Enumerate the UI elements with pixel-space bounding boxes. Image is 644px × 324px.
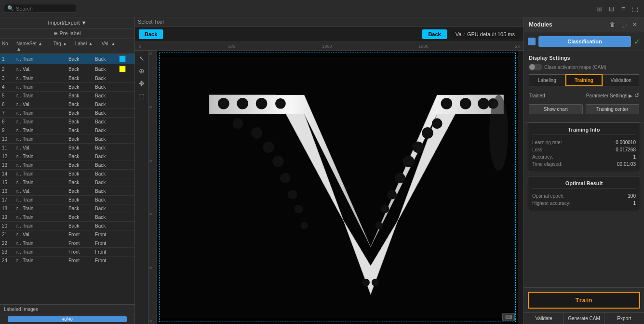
cell-name: rgb_ima... [16,241,23,246]
cell-label: Front [68,249,95,255]
cell-name: rgb_ima... [16,128,23,133]
classification-button[interactable]: Classification [538,36,631,47]
table-row[interactable]: 18 rgb_ima... Train Back Back [0,204,134,213]
search-input[interactable] [16,6,73,12]
cell-no: 8 [2,119,16,124]
search-box[interactable]: 🔍 [4,4,76,13]
table-row[interactable]: 11 rgb_ima... Val. Back Back [0,144,134,152]
keyboard-icon: ⌨ [502,313,515,321]
col-no[interactable]: No. [2,41,16,52]
cell-label: Back [68,223,95,229]
table-row[interactable]: 5 rgb_ima... Train Back Back [0,92,134,100]
svg-point-19 [413,141,424,153]
col-label[interactable]: Label ▲ [75,41,102,52]
show-chart-btn[interactable]: Show chart [529,104,583,114]
tab-labeling[interactable]: Labeling [529,74,565,86]
cell-no: 2 [2,67,16,72]
generate-cam-btn[interactable]: Generate CAM [564,313,604,324]
tab-row: Labeling Training Validation [529,74,639,86]
icon-btn-2[interactable]: ⊟ [607,4,617,14]
training-info-title: Training Info [532,127,636,135]
nav-back-btn-2[interactable]: Back [422,29,446,39]
cell-name: rgb_ima... [16,223,23,229]
icon-btn-1[interactable]: ⊞ [594,4,604,14]
col-set[interactable]: Set ▲ [29,41,54,52]
tool-selection[interactable]: ⬚ [136,90,148,102]
tool-pan[interactable]: ✥ [136,78,148,89]
cell-label: Front [68,241,95,246]
top-bar: 🔍 ⊞ ⊟ ≡ ⬚ [0,0,644,17]
cell-name: rgb_ima... [16,76,23,81]
tab-validation[interactable]: Validation [603,74,639,86]
icon-btn-4[interactable]: ⬚ [630,4,640,14]
pre-label-text: ⊕ Pre-label [54,30,80,37]
rv-5-2: 5 [148,160,157,162]
table-row[interactable]: 13 rgb_ima... Train Back Back [0,161,134,170]
table-row[interactable]: 22 rgb_ima... Train Front Front [0,239,134,248]
svg-point-12 [300,221,308,229]
import-export-bar[interactable]: Import/Export ▼ [0,17,134,28]
cell-set: Train [23,119,47,124]
table-row[interactable]: 8 rgb_ima... Train Back Back [0,118,134,126]
table-row[interactable]: 1 rgb_ima... Train Back Back [0,54,134,64]
cell-no: 7 [2,110,16,116]
info-row-time: Time elapsed: 00:01:03 [532,161,636,168]
export-btn[interactable]: Export [604,313,644,324]
tab-training[interactable]: Training [565,74,603,86]
validate-btn[interactable]: Validate [524,313,564,324]
table-row[interactable]: 15 rgb_ima... Train Back Back [0,178,134,187]
table-row[interactable]: 23 rgb_ima... Train Front Front [0,248,134,256]
display-settings-title: Display Settings [529,55,639,61]
cell-set: Val. [23,189,47,194]
param-settings[interactable]: Parameter Settings ▶ [586,93,632,98]
v-scrollbar[interactable] [518,51,523,324]
table-row[interactable]: 17 rgb_ima... Train Back Back [0,196,134,204]
cell-val: Back [95,110,119,116]
rv-5-1: 5 [148,53,157,54]
table-row[interactable]: 16 rgb_ima... Val. Back Back [0,187,134,196]
cell-set: Val. [23,232,47,237]
tool-zoom[interactable]: ⊕ [136,65,148,77]
cell-name: rgb_ima... [16,110,23,116]
right-panel-footer: Train Validate Generate CAM Export [524,287,644,324]
col-name[interactable]: Name ▲ [16,41,29,52]
training-center-btn[interactable]: Training center [586,104,640,114]
table-row[interactable]: 12 rgb_ima... Train Back Back [0,152,134,161]
cam-toggle[interactable] [529,64,542,70]
cell-label: Back [68,76,95,81]
cell-set: Train [23,56,47,62]
table-row[interactable]: 2 rgb_ima... Val. Back Back [0,64,134,74]
train-button[interactable]: Train [528,292,640,309]
cell-color [119,66,133,72]
cell-label: Front [68,258,95,263]
svg-point-2 [237,97,248,109]
cell-label: Back [68,67,95,72]
cell-val: Back [95,171,119,176]
cell-set: Train [23,162,47,168]
tool-cursor[interactable]: ↖ [136,53,148,64]
center-panel: Select Tool Back Back Val.: GPU default … [135,17,523,324]
table-row[interactable]: 7 rgb_ima... Train Back Back [0,109,134,118]
import-export-label: Import/Export ▼ [48,20,87,26]
refresh-icon[interactable]: ↺ [634,92,639,99]
icon-btn-3[interactable]: ≡ [619,4,627,14]
nav-back-btn-1[interactable]: Back [139,29,163,39]
table-row[interactable]: 9 rgb_ima... Train Back Back [0,126,134,135]
table-row[interactable]: 10 rgb_ima... Train Back Back [0,135,134,144]
close-icon[interactable]: ✕ [631,20,639,29]
table-row[interactable]: 21 rgb_ima... Val. Front Front [0,230,134,239]
table-row[interactable]: 19 rgb_ima... Train Back Back [0,213,134,222]
table-row[interactable]: 6 rgb_ima... Val. Back Back [0,100,134,109]
svg-point-8 [272,156,284,167]
table-row[interactable]: 24 rgb_ima... Train Front Front [0,256,134,265]
maximize-icon[interactable]: ⬚ [619,20,629,29]
table-row[interactable]: 4 rgb_ima... Train Back Back [0,83,134,92]
delete-icon[interactable]: 🗑 [608,20,617,29]
ruler-v: 5 0 5 0 5 0 [148,51,157,324]
table-row[interactable]: 3 rgb_ima... Train Back Back [0,74,134,83]
pre-label-bar[interactable]: ⊕ Pre-label [0,28,134,39]
col-tag[interactable]: Tag ▲ [54,41,75,52]
table-row[interactable]: 20 rgb_ima... Train Back Back [0,222,134,230]
table-row[interactable]: 14 rgb_ima... Train Back Back [0,170,134,178]
col-val[interactable]: Val. ▲ [102,41,126,52]
